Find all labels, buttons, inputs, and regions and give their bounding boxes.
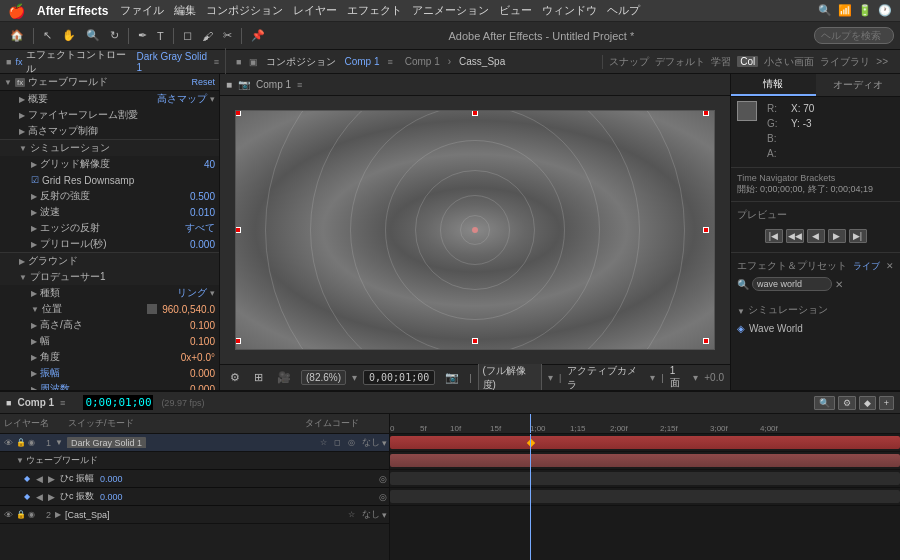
- freq-keyframe-btn[interactable]: ◆: [24, 492, 34, 501]
- amp-keyframe-btn[interactable]: ◆: [24, 474, 34, 483]
- freq-next-key[interactable]: ▶: [48, 492, 58, 502]
- panel-menu-icon[interactable]: ≡: [214, 57, 219, 67]
- grid-ds-checkbox[interactable]: ☑: [31, 175, 39, 185]
- layer2-solo[interactable]: ◉: [28, 510, 35, 519]
- wave-speed-tri[interactable]: [31, 208, 37, 217]
- handle-top[interactable]: [472, 110, 478, 116]
- menu-file[interactable]: ファイル: [120, 3, 164, 18]
- height-ctrl-triangle[interactable]: [19, 127, 25, 136]
- edge-value[interactable]: すべて: [185, 221, 215, 235]
- type-dropdown[interactable]: ▾: [210, 288, 215, 298]
- layer1-switch3[interactable]: ◎: [348, 438, 360, 447]
- menu-layer[interactable]: レイヤー: [293, 3, 337, 18]
- paint-tool[interactable]: 🖌: [198, 28, 217, 44]
- sim-expand[interactable]: [737, 307, 745, 316]
- zoom-dropdown[interactable]: ▾: [352, 372, 357, 383]
- comp-menu[interactable]: ≡: [387, 57, 392, 67]
- h-value[interactable]: 0.100: [190, 320, 215, 331]
- zoom-display[interactable]: (82.6%): [301, 370, 346, 385]
- timecode-display[interactable]: 0,00;01;00: [363, 370, 435, 385]
- snapshot-btn[interactable]: 📷: [441, 369, 463, 386]
- layer-2-row[interactable]: 👁 🔒 ◉ 2 [Cast_Spa] ☆ なし ▾: [0, 506, 389, 524]
- hand-tool[interactable]: ✋: [58, 27, 80, 44]
- wave-world-triangle[interactable]: [4, 78, 12, 87]
- tl-search-btn[interactable]: 🔍: [814, 396, 835, 410]
- freq-sub-value[interactable]: 0.000: [100, 492, 123, 502]
- tab-audio[interactable]: オーディオ: [816, 74, 901, 96]
- ang-tri[interactable]: [31, 353, 37, 362]
- menu-edit[interactable]: 編集: [174, 3, 196, 18]
- shape-tool[interactable]: ◻: [179, 27, 196, 44]
- handle-bl[interactable]: [235, 338, 241, 344]
- viewer-grid-btn[interactable]: ⊞: [250, 369, 267, 386]
- wave-world-item[interactable]: ◈ Wave World: [737, 322, 894, 335]
- layer2-parent-dropdown[interactable]: ▾: [382, 510, 387, 520]
- puppet-tool[interactable]: 📌: [247, 27, 269, 44]
- menu-window[interactable]: ウィンドウ: [542, 3, 597, 18]
- tl-add-layer[interactable]: +: [879, 396, 894, 410]
- type-value[interactable]: リング: [177, 286, 207, 300]
- layer1-parent-dropdown[interactable]: ▾: [382, 438, 387, 448]
- prev-back1-btn[interactable]: ◀: [807, 229, 825, 243]
- menu-help[interactable]: ヘルプ: [607, 3, 640, 18]
- menu-animation[interactable]: アニメーション: [412, 3, 489, 18]
- handle-tl[interactable]: [235, 110, 241, 116]
- reset-button[interactable]: Reset: [191, 77, 215, 87]
- type-tri[interactable]: [31, 289, 37, 298]
- effects-search-input[interactable]: [752, 277, 832, 291]
- freq-prev-key[interactable]: ◀: [36, 492, 46, 502]
- select-tool[interactable]: ↖: [39, 27, 56, 44]
- edge-tri[interactable]: [31, 224, 37, 233]
- rotate-tool[interactable]: ↻: [106, 27, 123, 44]
- pen-tool[interactable]: ✒: [134, 27, 151, 44]
- about-dropdown[interactable]: ▾: [210, 94, 215, 104]
- preroll-value[interactable]: 0.000: [190, 239, 215, 250]
- full-res-display[interactable]: (フル解像度): [478, 362, 542, 391]
- prev-first-btn[interactable]: |◀: [765, 229, 783, 243]
- amp-sub-value[interactable]: 0.000: [100, 474, 123, 484]
- prev-play-btn[interactable]: ▶: [828, 229, 846, 243]
- effects-search-clear[interactable]: ✕: [835, 279, 843, 290]
- handle-tr[interactable]: [703, 110, 709, 116]
- layer1-lock[interactable]: 🔒: [16, 438, 26, 447]
- layer1-expand[interactable]: [55, 438, 63, 447]
- pos-value[interactable]: 960.0,540.0: [162, 304, 215, 315]
- w-tri[interactable]: [31, 337, 37, 346]
- reflect-tri[interactable]: [31, 192, 37, 201]
- amp-value[interactable]: 0.000: [190, 368, 215, 379]
- h-tri[interactable]: [31, 321, 37, 330]
- layer2-expand[interactable]: [55, 510, 61, 519]
- layer1-eye[interactable]: 👁: [2, 438, 14, 448]
- pos-tri[interactable]: [31, 305, 39, 314]
- layer2-eye[interactable]: 👁: [2, 510, 14, 520]
- prev-fwd1-btn[interactable]: ▶|: [849, 229, 867, 243]
- w-value[interactable]: 0.100: [190, 336, 215, 347]
- freq-value[interactable]: 0.000: [190, 384, 215, 391]
- timeline-ruler[interactable]: 0 5f 10f 15f 1;00 1;15 2;00f 2;15f 3;00f…: [390, 414, 900, 434]
- wave-speed-value[interactable]: 0.010: [190, 207, 215, 218]
- fire-frame-triangle[interactable]: [19, 111, 25, 120]
- ww-sub-tri[interactable]: [16, 456, 24, 465]
- grid-tri[interactable]: [31, 160, 37, 169]
- ang-value[interactable]: 0x+0.0°: [181, 352, 215, 363]
- text-tool[interactable]: T: [153, 28, 168, 44]
- clone-tool[interactable]: ✂: [219, 27, 236, 44]
- zoom-tool[interactable]: 🔍: [82, 27, 104, 44]
- reflect-value[interactable]: 0.500: [190, 191, 215, 202]
- prev-back-btn[interactable]: ◀◀: [786, 229, 804, 243]
- preroll-tri[interactable]: [31, 240, 37, 249]
- handle-right[interactable]: [703, 227, 709, 233]
- amp-prev-key[interactable]: ◀: [36, 474, 46, 484]
- layer1-switch2[interactable]: ◻: [334, 438, 346, 447]
- timeline-timecode-input[interactable]: [83, 395, 153, 410]
- tl-menu[interactable]: ≡: [60, 398, 65, 408]
- layer-1-row[interactable]: 👁 🔒 ◉ 1 Dark Gray Solid 1 ☆ ◻ ◎ なし ▾: [0, 434, 389, 452]
- freq-tri[interactable]: [31, 385, 37, 391]
- handle-left[interactable]: [235, 227, 241, 233]
- menu-view[interactable]: ビュー: [499, 3, 532, 18]
- handle-br[interactable]: [703, 338, 709, 344]
- effects-close-icon[interactable]: ✕: [886, 261, 894, 271]
- grid-res-value[interactable]: 40: [204, 159, 215, 170]
- layer1-switch1[interactable]: ☆: [320, 438, 332, 447]
- face-dropdown[interactable]: ▾: [693, 372, 698, 383]
